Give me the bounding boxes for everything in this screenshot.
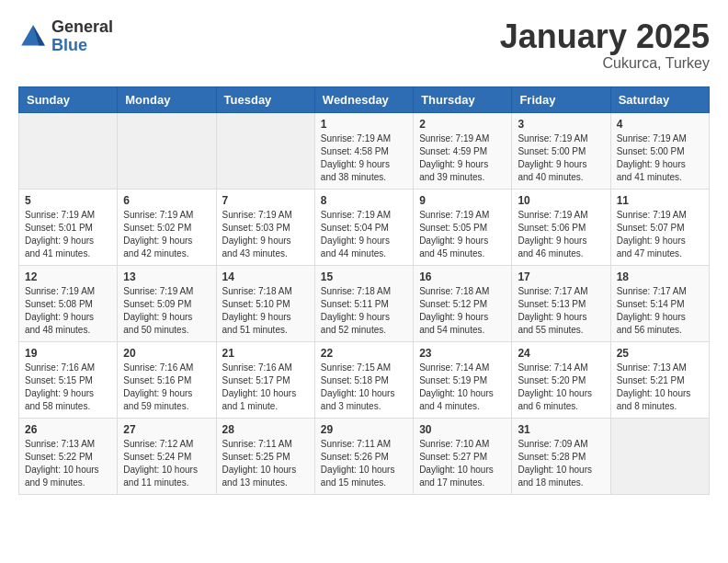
day-number: 21	[222, 347, 309, 360]
day-number: 30	[419, 423, 506, 436]
calendar-cell: 29Sunrise: 7:11 AM Sunset: 5:26 PM Dayli…	[314, 418, 413, 494]
day-info: Sunrise: 7:14 AM Sunset: 5:19 PM Dayligh…	[419, 362, 506, 413]
calendar-cell: 4Sunrise: 7:19 AM Sunset: 5:00 PM Daylig…	[610, 112, 709, 189]
calendar-cell: 9Sunrise: 7:19 AM Sunset: 5:05 PM Daylig…	[414, 189, 512, 265]
day-info: Sunrise: 7:13 AM Sunset: 5:22 PM Dayligh…	[25, 438, 111, 489]
logo-blue: Blue	[51, 37, 113, 55]
day-number: 22	[321, 347, 407, 360]
day-number: 8	[321, 194, 407, 207]
calendar-cell: 22Sunrise: 7:15 AM Sunset: 5:18 PM Dayli…	[314, 341, 413, 418]
day-number: 25	[617, 347, 703, 360]
day-of-week-header: Saturday	[610, 86, 709, 112]
calendar-cell	[216, 112, 314, 189]
title-block: January 2025 Cukurca, Turkey	[500, 18, 710, 72]
calendar-cell: 24Sunrise: 7:14 AM Sunset: 5:20 PM Dayli…	[512, 341, 610, 418]
day-info: Sunrise: 7:19 AM Sunset: 4:58 PM Dayligh…	[321, 132, 407, 184]
day-info: Sunrise: 7:19 AM Sunset: 5:04 PM Dayligh…	[321, 209, 407, 260]
calendar-cell: 8Sunrise: 7:19 AM Sunset: 5:04 PM Daylig…	[314, 189, 413, 265]
day-number: 27	[123, 423, 210, 436]
day-number: 31	[518, 423, 604, 436]
day-number: 7	[222, 194, 309, 207]
calendar-week-row: 1Sunrise: 7:19 AM Sunset: 4:58 PM Daylig…	[19, 112, 710, 189]
calendar-week-row: 5Sunrise: 7:19 AM Sunset: 5:01 PM Daylig…	[19, 189, 710, 265]
day-of-week-header: Tuesday	[216, 86, 314, 112]
calendar-cell: 3Sunrise: 7:19 AM Sunset: 5:00 PM Daylig…	[512, 112, 610, 189]
calendar-cell: 11Sunrise: 7:19 AM Sunset: 5:07 PM Dayli…	[610, 189, 709, 265]
day-number: 4	[617, 118, 703, 131]
calendar-cell	[610, 418, 709, 494]
day-number: 11	[617, 194, 703, 207]
logo-text: General Blue	[51, 18, 113, 55]
logo-general: General	[51, 18, 113, 37]
day-info: Sunrise: 7:11 AM Sunset: 5:26 PM Dayligh…	[321, 438, 407, 489]
day-number: 9	[419, 194, 506, 207]
page-header: General Blue January 2025 Cukurca, Turke…	[18, 18, 710, 72]
calendar-cell	[118, 112, 216, 189]
calendar-week-row: 12Sunrise: 7:19 AM Sunset: 5:08 PM Dayli…	[19, 265, 710, 341]
calendar-cell: 2Sunrise: 7:19 AM Sunset: 4:59 PM Daylig…	[414, 112, 512, 189]
calendar-cell: 26Sunrise: 7:13 AM Sunset: 5:22 PM Dayli…	[19, 418, 118, 494]
day-number: 10	[518, 194, 604, 207]
day-number: 29	[321, 423, 407, 436]
calendar-cell: 21Sunrise: 7:16 AM Sunset: 5:17 PM Dayli…	[216, 341, 314, 418]
calendar-header-row: SundayMondayTuesdayWednesdayThursdayFrid…	[19, 86, 710, 112]
day-info: Sunrise: 7:14 AM Sunset: 5:20 PM Dayligh…	[518, 362, 604, 413]
day-info: Sunrise: 7:19 AM Sunset: 5:00 PM Dayligh…	[617, 132, 703, 184]
calendar-cell: 20Sunrise: 7:16 AM Sunset: 5:16 PM Dayli…	[118, 341, 216, 418]
day-of-week-header: Sunday	[19, 86, 118, 112]
day-number: 18	[617, 270, 703, 283]
day-info: Sunrise: 7:19 AM Sunset: 5:08 PM Dayligh…	[25, 285, 111, 337]
calendar-cell: 12Sunrise: 7:19 AM Sunset: 5:08 PM Dayli…	[19, 265, 118, 341]
day-info: Sunrise: 7:19 AM Sunset: 5:06 PM Dayligh…	[518, 209, 604, 260]
calendar-cell: 1Sunrise: 7:19 AM Sunset: 4:58 PM Daylig…	[314, 112, 413, 189]
day-info: Sunrise: 7:10 AM Sunset: 5:27 PM Dayligh…	[419, 438, 506, 489]
day-of-week-header: Monday	[118, 86, 216, 112]
day-number: 17	[518, 270, 604, 283]
day-number: 26	[25, 423, 111, 436]
calendar-week-row: 26Sunrise: 7:13 AM Sunset: 5:22 PM Dayli…	[19, 418, 710, 494]
day-info: Sunrise: 7:16 AM Sunset: 5:17 PM Dayligh…	[222, 362, 309, 413]
calendar-cell: 27Sunrise: 7:12 AM Sunset: 5:24 PM Dayli…	[118, 418, 216, 494]
day-number: 15	[321, 270, 407, 283]
day-info: Sunrise: 7:19 AM Sunset: 5:05 PM Dayligh…	[419, 209, 506, 260]
day-number: 28	[222, 423, 309, 436]
day-info: Sunrise: 7:17 AM Sunset: 5:14 PM Dayligh…	[617, 285, 703, 337]
day-number: 19	[25, 347, 111, 360]
day-info: Sunrise: 7:09 AM Sunset: 5:28 PM Dayligh…	[518, 438, 604, 489]
day-number: 16	[419, 270, 506, 283]
day-info: Sunrise: 7:19 AM Sunset: 5:09 PM Dayligh…	[123, 285, 210, 337]
day-of-week-header: Friday	[512, 86, 610, 112]
day-number: 1	[321, 118, 407, 131]
calendar-cell: 6Sunrise: 7:19 AM Sunset: 5:02 PM Daylig…	[118, 189, 216, 265]
calendar-cell: 10Sunrise: 7:19 AM Sunset: 5:06 PM Dayli…	[512, 189, 610, 265]
day-info: Sunrise: 7:19 AM Sunset: 5:03 PM Dayligh…	[222, 209, 309, 260]
day-number: 12	[25, 270, 111, 283]
calendar-cell: 28Sunrise: 7:11 AM Sunset: 5:25 PM Dayli…	[216, 418, 314, 494]
day-info: Sunrise: 7:19 AM Sunset: 5:00 PM Dayligh…	[518, 132, 604, 184]
calendar-cell: 23Sunrise: 7:14 AM Sunset: 5:19 PM Dayli…	[414, 341, 512, 418]
calendar-cell: 30Sunrise: 7:10 AM Sunset: 5:27 PM Dayli…	[414, 418, 512, 494]
calendar-table: SundayMondayTuesdayWednesdayThursdayFrid…	[18, 86, 710, 495]
day-number: 24	[518, 347, 604, 360]
day-number: 20	[123, 347, 210, 360]
month-title: January 2025	[500, 18, 710, 55]
calendar-cell: 15Sunrise: 7:18 AM Sunset: 5:11 PM Dayli…	[314, 265, 413, 341]
day-number: 13	[123, 270, 210, 283]
day-number: 3	[518, 118, 604, 131]
calendar-cell: 7Sunrise: 7:19 AM Sunset: 5:03 PM Daylig…	[216, 189, 314, 265]
day-info: Sunrise: 7:15 AM Sunset: 5:18 PM Dayligh…	[321, 362, 407, 413]
day-info: Sunrise: 7:19 AM Sunset: 4:59 PM Dayligh…	[419, 132, 506, 184]
day-info: Sunrise: 7:19 AM Sunset: 5:02 PM Dayligh…	[123, 209, 210, 260]
day-number: 14	[222, 270, 309, 283]
day-number: 5	[25, 194, 111, 207]
day-info: Sunrise: 7:16 AM Sunset: 5:15 PM Dayligh…	[25, 362, 111, 413]
calendar-cell: 19Sunrise: 7:16 AM Sunset: 5:15 PM Dayli…	[19, 341, 118, 418]
day-info: Sunrise: 7:16 AM Sunset: 5:16 PM Dayligh…	[123, 362, 210, 413]
day-info: Sunrise: 7:19 AM Sunset: 5:01 PM Dayligh…	[25, 209, 111, 260]
day-info: Sunrise: 7:19 AM Sunset: 5:07 PM Dayligh…	[617, 209, 703, 260]
calendar-cell: 5Sunrise: 7:19 AM Sunset: 5:01 PM Daylig…	[19, 189, 118, 265]
calendar-cell: 31Sunrise: 7:09 AM Sunset: 5:28 PM Dayli…	[512, 418, 610, 494]
day-number: 2	[419, 118, 506, 131]
calendar-cell: 14Sunrise: 7:18 AM Sunset: 5:10 PM Dayli…	[216, 265, 314, 341]
day-info: Sunrise: 7:17 AM Sunset: 5:13 PM Dayligh…	[518, 285, 604, 337]
